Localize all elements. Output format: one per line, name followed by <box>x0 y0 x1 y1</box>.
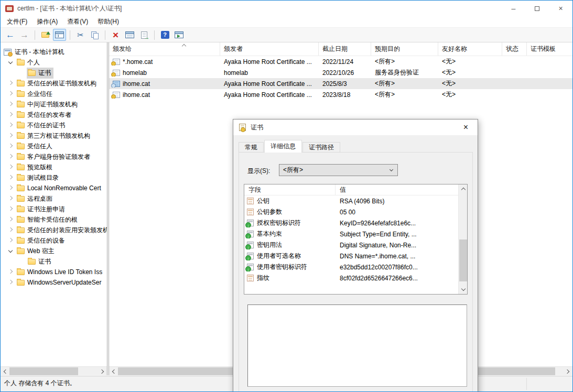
scrollbar-thumb[interactable] <box>459 239 467 281</box>
tree-item[interactable]: Windows Live ID Token Iss <box>1 267 107 277</box>
tree-item[interactable]: 企业信任 <box>1 89 107 99</box>
tree-item[interactable]: 证书 <box>1 68 107 78</box>
field-row[interactable]: 公钥RSA (4096 Bits) <box>244 195 458 206</box>
tree-item[interactable]: 证书 <box>1 256 107 267</box>
scroll-up-button[interactable] <box>459 184 468 193</box>
show-filter-select[interactable]: <所有> <box>279 164 398 176</box>
scroll-left-button[interactable] <box>1 367 9 375</box>
expander-closed-icon[interactable] <box>5 156 16 158</box>
column-header-5[interactable]: 状态 <box>502 42 527 56</box>
tree-item[interactable]: 受信任的封装应用安装颁发机 <box>1 225 107 235</box>
expander-closed-icon[interactable] <box>5 124 16 126</box>
tree-item[interactable]: Local NonRemovable Cert <box>1 183 107 193</box>
field-row[interactable]: 授权密钥标识符KeyID=9264efefafc81e6c... <box>244 217 458 228</box>
tree-horizontal-scrollbar[interactable] <box>1 366 107 375</box>
expander-closed-icon[interactable] <box>5 198 16 200</box>
expander-closed-icon[interactable] <box>5 135 16 137</box>
field-row[interactable]: 公钥参数05 00 <box>244 206 458 217</box>
close-button[interactable]: × <box>549 1 572 16</box>
expander-closed-icon[interactable] <box>5 103 16 105</box>
column-header-2[interactable]: 截止日期 <box>319 42 371 56</box>
expander-open-icon[interactable] <box>5 251 16 252</box>
tab-general[interactable]: 常规 <box>239 142 264 153</box>
expander-closed-icon[interactable] <box>5 219 16 221</box>
cut-button[interactable] <box>74 29 87 41</box>
tree-item[interactable]: WindowsServerUpdateSer <box>1 277 107 288</box>
back-button[interactable] <box>4 29 17 41</box>
tree-item[interactable]: 中间证书颁发机构 <box>1 99 107 110</box>
tree-item[interactable]: 远程桌面 <box>1 193 107 204</box>
tree-item[interactable]: 客户端身份验证颁发者 <box>1 151 107 162</box>
delete-button[interactable] <box>109 29 122 41</box>
minimize-button[interactable]: – <box>502 1 525 16</box>
help-button[interactable] <box>158 29 171 41</box>
expander-closed-icon[interactable] <box>5 187 16 189</box>
dialog-close-button[interactable]: × <box>454 119 478 135</box>
scroll-right-button[interactable] <box>564 367 572 376</box>
certificate-row[interactable]: homelabhomelab2022/10/26服务器身份验证<无> <box>109 67 572 78</box>
field-row[interactable]: 密钥用法Digital Signature, Non-Re... <box>244 239 458 251</box>
column-header-1[interactable]: 颁发者 <box>220 42 319 56</box>
tree-item[interactable]: Web 宿主 <box>1 246 107 256</box>
scroll-right-button[interactable] <box>98 367 107 375</box>
expander-closed-icon[interactable] <box>5 166 16 168</box>
expander-closed-icon[interactable] <box>5 208 16 210</box>
tree-item[interactable]: 受信任的发布者 <box>1 110 107 120</box>
expander-closed-icon[interactable] <box>5 239 16 242</box>
tree-item[interactable]: 受信任的根证书颁发机构 <box>1 78 107 89</box>
tab-details[interactable]: 详细信息 <box>264 140 302 153</box>
tree-item[interactable]: 证书 - 本地计算机 <box>1 47 107 57</box>
tree-item[interactable]: 不信任的证书 <box>1 120 107 130</box>
column-header-0[interactable]: 颁发给 <box>109 42 220 56</box>
column-header-6[interactable]: 证书模板 <box>527 42 573 56</box>
tree-item[interactable]: 受信任人 <box>1 141 107 151</box>
tree-item-label: 不信任的证书 <box>27 121 65 130</box>
tree-item[interactable]: 第三方根证书颁发机构 <box>1 130 107 141</box>
tab-certification-path[interactable]: 证书路径 <box>302 142 340 153</box>
tree-item[interactable]: 智能卡受信任的根 <box>1 214 107 225</box>
tree-item[interactable]: 受信任的设备 <box>1 235 107 246</box>
tree-item[interactable]: 个人 <box>1 57 107 68</box>
expander-closed-icon[interactable] <box>5 93 16 95</box>
up-one-level-button[interactable] <box>39 29 52 41</box>
new-window-button[interactable] <box>172 29 186 41</box>
expander-closed-icon[interactable] <box>5 281 16 284</box>
expander-closed-icon[interactable] <box>5 114 16 116</box>
maximize-button[interactable] <box>525 1 549 16</box>
certificate-row[interactable]: ihome.catAyaka Home Root Certificate ...… <box>109 78 572 89</box>
expander-closed-icon[interactable] <box>5 271 16 273</box>
menu-help[interactable]: 帮助(H) <box>93 16 124 28</box>
tree-item[interactable]: 证书注册申请 <box>1 204 107 214</box>
menu-file[interactable]: 文件(F) <box>2 16 32 28</box>
scroll-down-button[interactable] <box>459 285 468 294</box>
forward-button[interactable] <box>18 29 31 41</box>
folder-icon <box>17 186 25 191</box>
tree-item[interactable]: 测试根目录 <box>1 172 107 183</box>
column-header-value[interactable]: 值 <box>336 184 458 195</box>
expander-closed-icon[interactable] <box>5 145 16 147</box>
expander-closed-icon[interactable] <box>5 229 16 231</box>
menu-action[interactable]: 操作(A) <box>32 16 62 28</box>
scrollbar-thumb[interactable] <box>9 367 78 375</box>
fields-vertical-scrollbar[interactable] <box>458 184 467 294</box>
column-header-field[interactable]: 字段 <box>244 184 336 195</box>
copy-button[interactable] <box>88 29 101 41</box>
column-header-4[interactable]: 友好名称 <box>438 42 502 56</box>
expander-open-icon[interactable] <box>5 62 16 63</box>
export-list-button[interactable] <box>137 29 150 41</box>
certificate-row[interactable]: *.home.catAyaka Home Root Certificate ..… <box>109 56 572 67</box>
field-row[interactable]: 指纹8cf02fd2d6526647266ec6... <box>244 273 458 284</box>
scroll-left-button[interactable] <box>109 367 118 376</box>
column-header-3[interactable]: 预期目的 <box>371 42 438 56</box>
properties-button[interactable] <box>123 29 136 41</box>
menu-view[interactable]: 查看(V) <box>62 16 93 28</box>
show-console-tree-button[interactable] <box>53 29 66 41</box>
certificate-row[interactable]: ihome.catAyaka Home Root Certificate ...… <box>109 89 572 100</box>
field-row[interactable]: 使用者密钥标识符e32bd5dd12c00207f86fc0... <box>244 262 458 273</box>
property-icon <box>247 198 254 204</box>
field-row[interactable]: 使用者可选名称DNS Name=*.ihome.cat, ... <box>244 251 458 262</box>
field-row[interactable]: 基本约束Subject Type=End Entity, ... <box>244 228 458 239</box>
expander-closed-icon[interactable] <box>5 177 16 179</box>
expander-closed-icon[interactable] <box>5 82 16 84</box>
tree-item[interactable]: 预览版根 <box>1 162 107 172</box>
